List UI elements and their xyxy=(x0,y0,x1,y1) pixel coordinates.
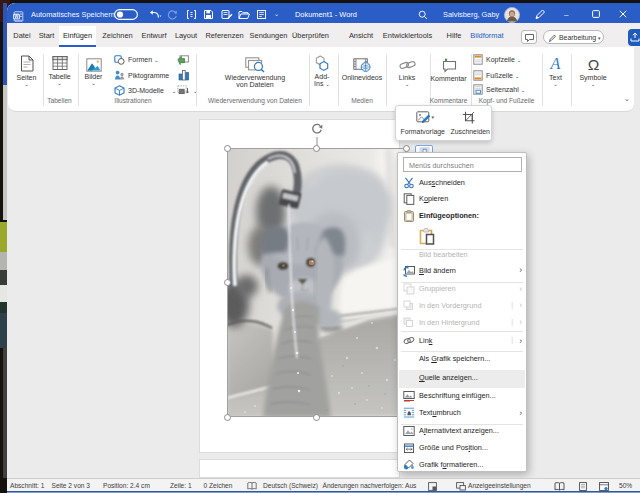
svg-text:W: W xyxy=(14,14,19,19)
svg-text:Ω: Ω xyxy=(587,55,599,72)
svg-text:A: A xyxy=(550,55,561,72)
